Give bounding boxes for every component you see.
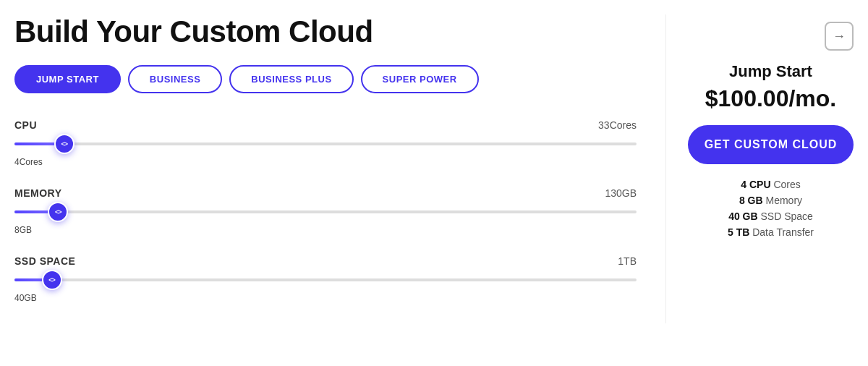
next-arrow-icon[interactable]: → — [825, 22, 854, 51]
spec-cpu: 4 CPU Cores — [688, 179, 854, 190]
tabs-row: JUMP START BUSINESS BUSINESS PLUS SUPER … — [14, 65, 637, 93]
sliders-section: CPU 33Cores <> 4Cores MEMORY 130GB — [14, 119, 637, 303]
spec-transfer-text: Data Transfer — [749, 226, 814, 238]
main-content: Build Your Custom Cloud JUMP START BUSIN… — [14, 14, 665, 323]
cpu-slider-block: CPU 33Cores <> 4Cores — [14, 119, 637, 167]
memory-max: 130GB — [605, 187, 637, 199]
spec-cpu-text: Cores — [771, 179, 801, 190]
get-custom-cloud-button[interactable]: GET CUSTOM CLOUD — [688, 125, 854, 164]
spec-memory: 8 GB Memory — [688, 195, 854, 206]
ssd-slider-block: SSD SPACE 1TB <> 40GB — [14, 255, 637, 303]
spec-memory-bold: 8 GB — [739, 195, 763, 206]
cpu-slider-wrapper: <> — [14, 134, 637, 154]
spec-memory-text: Memory — [763, 195, 802, 206]
sidebar-icon-row: → — [688, 22, 854, 51]
memory-slider-wrapper: <> — [14, 202, 637, 222]
memory-slider-block: MEMORY 130GB <> 8GB — [14, 187, 637, 235]
tab-business[interactable]: BUSINESS — [128, 65, 222, 93]
ssd-max: 1TB — [618, 255, 637, 267]
ssd-current: 40GB — [14, 293, 637, 303]
spec-ssd-bold: 40 GB — [728, 210, 757, 222]
memory-label: MEMORY — [14, 187, 61, 199]
spec-ssd: 40 GB SSD Space — [688, 210, 854, 222]
spec-transfer: 5 TB Data Transfer — [688, 226, 854, 238]
spec-list: 4 CPU Cores 8 GB Memory 40 GB SSD Space … — [688, 179, 854, 242]
plan-price: $100.00/mo. — [705, 85, 836, 112]
spec-ssd-text: SSD Space — [758, 210, 813, 222]
cpu-max: 33Cores — [598, 119, 637, 131]
memory-current: 8GB — [14, 225, 637, 235]
ssd-label: SSD SPACE — [14, 255, 75, 267]
plan-name: Jump Start — [729, 62, 812, 81]
tab-jumpstart[interactable]: JUMP START — [14, 65, 121, 93]
spec-cpu-bold: 4 CPU — [741, 179, 770, 190]
cpu-current: 4Cores — [14, 157, 637, 167]
spec-transfer-bold: 5 TB — [728, 226, 749, 238]
tab-businessplus[interactable]: BUSINESS PLUS — [229, 65, 353, 93]
sidebar: → Jump Start $100.00/mo. GET CUSTOM CLOU… — [665, 14, 854, 323]
tab-superpower[interactable]: SUPER POWER — [361, 65, 479, 93]
page-title: Build Your Custom Cloud — [14, 14, 637, 49]
ssd-slider-wrapper: <> — [14, 270, 637, 290]
cpu-label: CPU — [14, 119, 37, 131]
